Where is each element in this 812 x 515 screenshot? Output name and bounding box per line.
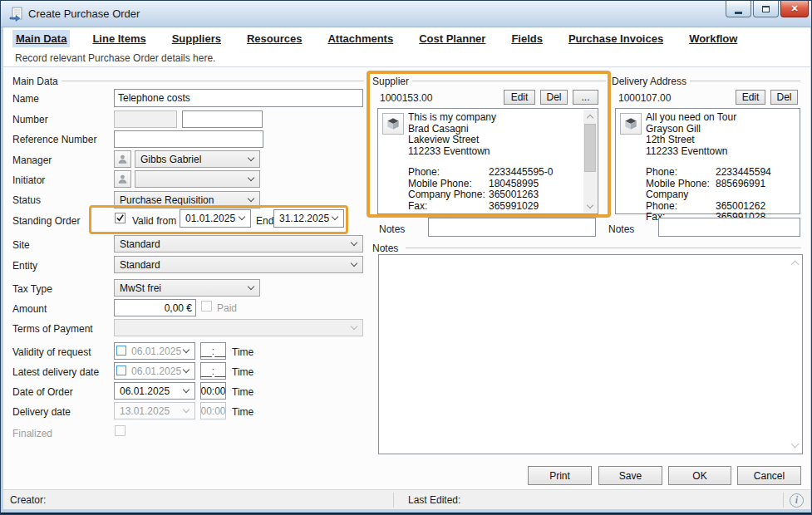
delivery-street: 12th Street [646, 135, 797, 146]
minimize-icon [735, 12, 742, 14]
cube-icon [386, 116, 401, 131]
tab-workflow[interactable]: Workflow [686, 30, 741, 47]
tab-cost-planner[interactable]: Cost Planner [416, 30, 489, 47]
initiator-dropdown[interactable] [135, 170, 260, 188]
date-of-order-time-label: Time [232, 386, 253, 398]
supplier-group-label: Supplier [372, 76, 412, 87]
terms-of-payment-dropdown [114, 319, 363, 336]
delivery-contact-button[interactable] [620, 113, 642, 135]
initiator-label: Initiator [12, 174, 45, 186]
tax-type-dropdown[interactable]: MwSt frei [114, 279, 260, 297]
number-input-left [114, 110, 177, 128]
maximize-button[interactable] [753, 1, 779, 17]
valid-from-value: 01.01.2025 [185, 213, 235, 224]
latest-delivery-time-label: Time [232, 366, 253, 378]
delivery-del-button[interactable]: Del [770, 90, 798, 105]
scroll-down-button[interactable] [583, 200, 597, 213]
end-date-dropdown[interactable]: 31.12.2025 [273, 209, 344, 228]
tab-line-items[interactable]: Line Items [89, 30, 149, 47]
delivery-group-label: Delivery Address [612, 76, 690, 87]
valid-from-label: Valid from [132, 215, 176, 227]
supplier-street: Lakeview Street [408, 135, 571, 146]
delivery-contact: Grayson Gill [646, 124, 797, 135]
validity-date-checkbox[interactable] [116, 346, 126, 356]
site-value: Standard [120, 238, 160, 250]
valid-from-date-dropdown[interactable]: 01.01.2025 [180, 209, 251, 228]
supplier-more-button[interactable]: ... [573, 90, 598, 105]
supplier-contact-button[interactable] [382, 113, 404, 135]
amount-label: Amount [12, 303, 47, 315]
latest-delivery-date-checkbox[interactable] [116, 365, 126, 375]
tab-attachments[interactable]: Attachments [324, 30, 396, 47]
cancel-button[interactable]: Cancel [737, 466, 801, 485]
validity-time-input[interactable]: __:__ [200, 342, 226, 360]
entity-dropdown[interactable]: Standard [114, 256, 363, 273]
status-label: Status [12, 194, 41, 206]
number-label: Number [12, 114, 48, 125]
manager-person-button[interactable] [114, 150, 131, 168]
scrollbar-thumb[interactable] [584, 124, 596, 172]
validity-of-request-label: Validity of request [12, 346, 91, 358]
supplier-card-scrollbar[interactable] [583, 110, 597, 213]
delivery-date-time-input: 00:00 [200, 402, 226, 419]
delivery-company-phone-label: Company Phone: [646, 189, 716, 212]
save-button[interactable]: Save [598, 466, 662, 485]
delivery-notes-input[interactable] [658, 218, 800, 237]
reference-number-input[interactable] [114, 130, 263, 148]
notes-textarea[interactable] [379, 255, 802, 454]
amount-input[interactable]: 0,00 € [114, 299, 196, 316]
latest-delivery-time-input[interactable]: __:__ [200, 362, 226, 380]
delivery-date-time-value: 00:00 [200, 405, 225, 417]
end-date-value: 31.12.2025 [279, 213, 329, 224]
tab-suppliers[interactable]: Suppliers [169, 30, 224, 47]
purchase-order-icon [9, 7, 24, 22]
initiator-person-button[interactable] [114, 170, 131, 188]
status-dropdown[interactable]: Purchase Requisition [114, 191, 260, 208]
site-dropdown[interactable]: Standard [114, 235, 363, 253]
delivery-group-line [687, 81, 800, 81]
standing-order-label: Standing Order [12, 215, 80, 227]
supplier-mobile-label: Mobile Phone: [408, 179, 489, 190]
date-of-order-dropdown[interactable]: 06.01.2025 [114, 382, 195, 400]
supplier-company-phone-label: Company Phone: [408, 189, 489, 201]
end-label: End [256, 215, 273, 227]
latest-delivery-time-value: __:__ [200, 365, 225, 377]
validity-time-label: Time [232, 346, 253, 358]
window-title: Create Purchase Order [28, 7, 140, 20]
main-data-group-line [61, 81, 364, 81]
supplier-fax: 365991029 [489, 200, 539, 212]
supplier-del-button[interactable]: Del [540, 90, 568, 105]
info-icon[interactable]: i [790, 493, 804, 508]
date-of-order-time-input[interactable]: 00:00 [200, 382, 226, 400]
print-button[interactable]: Print [528, 466, 592, 485]
entity-value: Standard [120, 259, 160, 271]
close-button[interactable]: ✕ [780, 1, 809, 17]
name-input[interactable] [114, 89, 363, 107]
paid-label: Paid [217, 302, 237, 314]
tab-resources[interactable]: Resources [244, 30, 305, 47]
date-of-order-value: 06.01.2025 [120, 385, 170, 397]
scroll-up-button[interactable] [583, 110, 597, 122]
delivery-edit-button[interactable]: Edit [736, 90, 765, 105]
supplier-edit-button[interactable]: Edit [504, 90, 535, 105]
tab-main-data[interactable]: Main Data [12, 30, 70, 47]
supplier-phone: 2233445595-0 [489, 166, 553, 178]
tab-fields[interactable]: Fields [508, 30, 546, 47]
supplier-notes-label: Notes [379, 223, 405, 235]
tab-purchase-invoices[interactable]: Purchase Invoices [565, 30, 667, 47]
standing-order-checkbox[interactable] [115, 213, 125, 223]
amount-value: 0,00 € [165, 302, 192, 314]
number-input-right[interactable] [182, 110, 263, 128]
chevron-down-icon [587, 202, 593, 208]
manager-label: Manager [12, 154, 52, 166]
manager-dropdown[interactable]: Gibbs Gabriel [135, 150, 260, 168]
delivery-notes-label: Notes [608, 223, 634, 235]
tax-type-value: MwSt frei [120, 282, 161, 294]
person-icon [117, 154, 128, 164]
delivery-phone-label: Phone: [646, 167, 716, 179]
minimize-button[interactable] [726, 1, 751, 17]
finalized-label: Finalized [12, 428, 52, 439]
supplier-notes-input[interactable] [428, 218, 596, 237]
validity-time-value: __:__ [200, 346, 225, 357]
ok-button[interactable]: OK [668, 466, 731, 485]
